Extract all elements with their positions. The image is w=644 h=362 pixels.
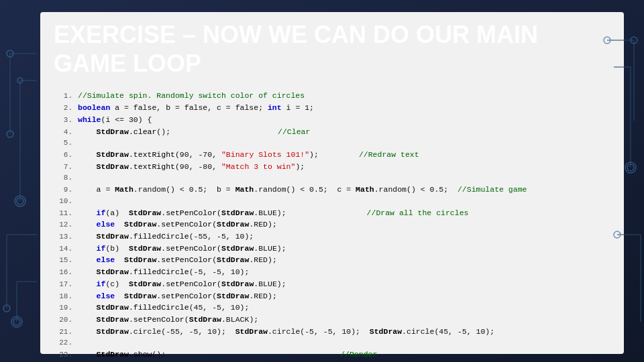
code-block: 1. //Simulate spin. Randomly switch colo…: [54, 90, 604, 362]
title-line1: EXERCISE – NOW WE CAN DO OUR MAIN: [54, 20, 604, 49]
code-line-1: 1. //Simulate spin. Randomly switch colo…: [54, 90, 604, 102]
code-line-13: 13. StdDraw.filledCircle(-55, -5, 10);: [54, 231, 604, 243]
code-line-8: 8.: [54, 172, 604, 184]
code-line-4: 4. StdDraw.clear(); //Clear: [54, 126, 604, 138]
code-line-22: 22.: [54, 337, 604, 349]
page-content: EXERCISE – NOW WE CAN DO OUR MAIN GAME L…: [0, 0, 644, 362]
title-line2: GAME LOOP: [54, 49, 604, 78]
code-line-19: 19. StdDraw.filledCircle(45, -5, 10);: [54, 302, 604, 314]
code-line-9: 9. a = Math.random() < 0.5; b = Math.ran…: [54, 184, 604, 196]
page-title: EXERCISE – NOW WE CAN DO OUR MAIN GAME L…: [54, 20, 604, 78]
code-line-23: 23. StdDraw.show(); //Render: [54, 349, 604, 361]
code-line-10: 10.: [54, 196, 604, 207]
code-line-2: 2. boolean a = false, b = false, c = fal…: [54, 102, 604, 114]
code-line-7: 7. StdDraw.textRight(90, -80, "Match 3 t…: [54, 161, 604, 173]
code-line-17: 17. if(c) StdDraw.setPenColor(StdDraw.BL…: [54, 278, 604, 290]
code-line-21: 21. StdDraw.circle(-55, -5, 10); StdDraw…: [54, 326, 604, 338]
code-line-5: 5.: [54, 137, 604, 149]
code-line-14: 14. if(b) StdDraw.setPenColor(StdDraw.BL…: [54, 243, 604, 255]
code-line-15: 15. else StdDraw.setPenColor(StdDraw.RED…: [54, 254, 604, 266]
code-line-18: 18. else StdDraw.setPenColor(StdDraw.RED…: [54, 290, 604, 302]
code-line-16: 16. StdDraw.filledCircle(-5, -5, 10);: [54, 266, 604, 278]
code-line-20: 20. StdDraw.setPenColor(StdDraw.BLACK);: [54, 314, 604, 326]
code-line-11: 11. if(a) StdDraw.setPenColor(StdDraw.BL…: [54, 207, 604, 219]
code-line-3: 3. while(i <= 30) {: [54, 114, 604, 126]
code-line-12: 12. else StdDraw.setPenColor(StdDraw.RED…: [54, 219, 604, 231]
code-line-6: 6. StdDraw.textRight(90, -70, "Binary Sl…: [54, 149, 604, 161]
